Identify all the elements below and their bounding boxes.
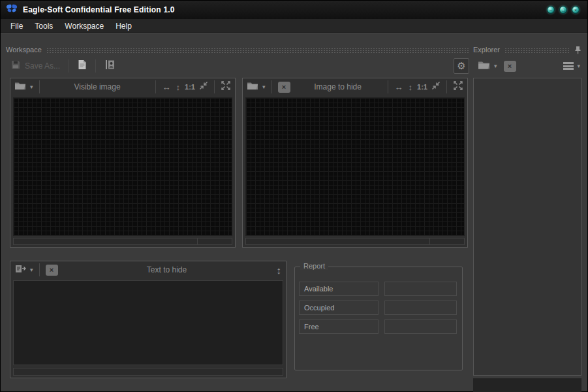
- chevron-down-icon[interactable]: ▾: [494, 63, 497, 69]
- remove-text-button[interactable]: ×: [46, 265, 58, 276]
- text-to-hide-panel: ▾ × Text to hide ↕: [10, 261, 286, 378]
- fit-width-icon[interactable]: ↔: [394, 83, 404, 91]
- workspace-header-texture: [46, 47, 469, 53]
- workspace-header-label: Workspace: [6, 46, 46, 54]
- explorer-close-button[interactable]: ×: [504, 61, 516, 72]
- profile-list-button[interactable]: [101, 57, 118, 74]
- fit-screen-icon[interactable]: [431, 81, 441, 93]
- settings-gear-button[interactable]: ⚙: [454, 58, 469, 74]
- profile-list-icon: [104, 59, 115, 73]
- header-separator: [39, 263, 40, 276]
- expand-vertical-icon[interactable]: ↕: [276, 265, 283, 275]
- header-separator: [214, 80, 215, 93]
- explorer-header-texture: [504, 47, 570, 53]
- fit-screen-icon[interactable]: [199, 81, 208, 93]
- explorer-header-label: Explorer: [473, 46, 504, 54]
- window-controls: – □ ×: [547, 6, 582, 14]
- image-to-hide-panel-header: ▾ × Image to hide ↔ ↕ 1:1: [243, 78, 467, 95]
- maximize-button[interactable]: □: [559, 6, 567, 14]
- report-rows: Available Occupied Free: [295, 267, 462, 334]
- chevron-down-icon[interactable]: ▾: [30, 84, 33, 90]
- explorer-toolbar: ▾ × ▾: [474, 56, 580, 76]
- explorer-menu-button[interactable]: ▾: [563, 62, 580, 70]
- report-row-free: Free: [299, 319, 457, 334]
- report-label: Free: [299, 319, 379, 334]
- workspace-toolbar: Save As...: [7, 56, 469, 76]
- visible-image-canvas: [13, 97, 232, 236]
- close-button[interactable]: ×: [572, 6, 580, 14]
- explorer-header: Explorer: [473, 45, 581, 54]
- open-text-icon[interactable]: [14, 264, 26, 276]
- report-value: [384, 282, 457, 296]
- chevron-down-icon[interactable]: ▾: [30, 267, 33, 273]
- actual-size-button[interactable]: 1:1: [185, 83, 195, 91]
- save-as-button[interactable]: Save As...: [7, 57, 63, 74]
- fit-width-icon[interactable]: ↔: [162, 83, 172, 91]
- report-value: [384, 319, 457, 334]
- title-bar: Eagle-Soft Confidential Free Edition 1.0…: [1, 1, 587, 19]
- fit-height-icon[interactable]: ↕: [176, 83, 181, 91]
- save-icon: [10, 59, 21, 73]
- image-to-hide-panel: ▾ × Image to hide ↔ ↕ 1:1: [242, 78, 468, 248]
- actual-size-button[interactable]: 1:1: [417, 83, 427, 91]
- app-logo-butterfly-icon: [6, 3, 18, 16]
- menu-workspace[interactable]: Workspace: [59, 20, 110, 32]
- chevron-down-icon[interactable]: ▾: [262, 84, 266, 90]
- visible-image-panel-header: ▾ Visible image ↔ ↕ 1:1: [10, 78, 235, 95]
- visible-image-panel: ▾ Visible image ↔ ↕ 1:1: [10, 78, 236, 248]
- gear-icon: ⚙: [457, 60, 465, 72]
- text-to-hide-editor[interactable]: [13, 280, 283, 365]
- menu-file[interactable]: File: [5, 20, 29, 32]
- header-separator: [446, 80, 447, 93]
- toolbar-separator: [95, 59, 96, 73]
- report-title: Report: [300, 262, 328, 270]
- save-as-label: Save As...: [25, 61, 60, 71]
- toolbar-separator: [69, 59, 69, 73]
- text-to-hide-statusbar: [13, 368, 283, 376]
- fullscreen-icon[interactable]: [221, 80, 231, 93]
- report-label: Available: [299, 282, 379, 296]
- menu-divider: [1, 33, 587, 34]
- visible-image-title: Visible image: [46, 82, 149, 91]
- image-to-hide-canvas: [245, 97, 465, 236]
- app-window: Eagle-Soft Confidential Free Edition 1.0…: [0, 0, 588, 392]
- image-to-hide-statusbar: [245, 238, 465, 245]
- explorer-tree-panel[interactable]: [473, 78, 581, 376]
- visible-image-statusbar: [13, 238, 232, 245]
- folder-icon: [478, 60, 490, 72]
- open-image-icon[interactable]: [14, 81, 26, 93]
- header-separator: [39, 80, 40, 93]
- header-separator: [155, 80, 156, 93]
- document-icon: [78, 59, 87, 73]
- header-separator: [388, 80, 388, 93]
- minimize-button[interactable]: –: [547, 6, 555, 14]
- explorer-bottom-strip: [473, 378, 581, 392]
- report-row-occupied: Occupied: [299, 301, 457, 315]
- open-image-icon[interactable]: [247, 81, 258, 93]
- explorer-open-folder-button[interactable]: ▾: [474, 58, 501, 74]
- hamburger-menu-icon: [563, 62, 574, 70]
- menu-bar: File Tools Workspace Help: [1, 19, 587, 33]
- document-button[interactable]: [74, 57, 90, 74]
- workspace-header: Workspace: [6, 45, 469, 54]
- fit-height-icon[interactable]: ↕: [408, 83, 414, 91]
- menu-tools[interactable]: Tools: [29, 20, 59, 32]
- window-title: Eagle-Soft Confidential Free Edition 1.0: [23, 5, 175, 14]
- fullscreen-icon[interactable]: [453, 80, 463, 93]
- text-to-hide-title: Text to hide: [62, 265, 272, 274]
- text-to-hide-panel-header: ▾ × Text to hide ↕: [10, 261, 286, 278]
- header-separator: [271, 80, 272, 93]
- chevron-down-icon[interactable]: ▾: [577, 63, 580, 69]
- report-value: [384, 301, 457, 315]
- report-row-available: Available: [299, 282, 457, 296]
- remove-image-button[interactable]: ×: [278, 82, 290, 93]
- image-to-hide-title: Image to hide: [294, 82, 382, 91]
- pin-icon[interactable]: [574, 46, 581, 54]
- report-groupbox: Report Available Occupied Free: [294, 267, 463, 370]
- report-label: Occupied: [299, 301, 379, 315]
- menu-help[interactable]: Help: [110, 20, 138, 32]
